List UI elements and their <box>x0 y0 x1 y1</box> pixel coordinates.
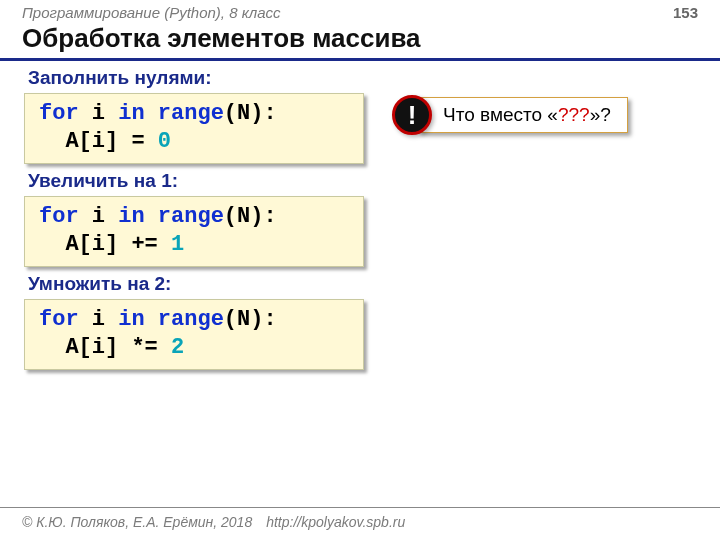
callout-text: »? <box>590 104 611 125</box>
code-keyword: for <box>39 204 79 229</box>
callout-box: Что вместо «???»? <box>418 97 628 133</box>
code-text <box>145 307 158 332</box>
section-row: for i in range(N): A[i] *= 2 <box>24 299 696 370</box>
code-text: (N): <box>224 101 277 126</box>
code-text: i <box>79 204 119 229</box>
code-text <box>145 204 158 229</box>
code-block: for i in range(N): A[i] *= 2 <box>24 299 364 370</box>
callout-placeholder: ??? <box>558 104 590 125</box>
code-text: A[i] = <box>39 129 158 154</box>
section-heading: Умножить на 2: <box>28 273 696 295</box>
code-text <box>145 101 158 126</box>
course-label: Программирование (Python), 8 класс <box>22 4 281 21</box>
section-row: for i in range(N): A[i] += 1 <box>24 196 696 267</box>
code-keyword: range <box>158 101 224 126</box>
callout: ! Что вместо «???»? <box>392 95 628 135</box>
title-rule <box>0 58 720 61</box>
content: Заполнить нулями: for i in range(N): A[i… <box>0 67 720 370</box>
code-keyword: in <box>118 101 144 126</box>
code-text: A[i] *= <box>39 335 171 360</box>
page-number: 153 <box>673 4 698 21</box>
code-number: 2 <box>171 335 184 360</box>
footer-copyright: © К.Ю. Поляков, Е.А. Ерёмин, 2018 <box>22 514 252 530</box>
code-block: for i in range(N): A[i] = 0 <box>24 93 364 164</box>
code-text: A[i] += <box>39 232 171 257</box>
code-text: (N): <box>224 204 277 229</box>
code-keyword: in <box>118 204 144 229</box>
code-number: 1 <box>171 232 184 257</box>
callout-text: Что вместо « <box>443 104 558 125</box>
code-number: 0 <box>158 129 171 154</box>
code-text: i <box>79 101 119 126</box>
code-keyword: range <box>158 307 224 332</box>
footer: © К.Ю. Поляков, Е.А. Ерёмин, 2018 http:/… <box>0 507 720 540</box>
section-heading: Заполнить нулями: <box>28 67 696 89</box>
page-title: Обработка элементов массива <box>0 21 720 58</box>
slide: Программирование (Python), 8 класс 153 О… <box>0 0 720 540</box>
section-row: for i in range(N): A[i] = 0 ! Что вместо… <box>24 93 696 164</box>
code-block: for i in range(N): A[i] += 1 <box>24 196 364 267</box>
section-heading: Увеличить на 1: <box>28 170 696 192</box>
footer-url: http://kpolyakov.spb.ru <box>266 514 405 530</box>
code-text: (N): <box>224 307 277 332</box>
topbar: Программирование (Python), 8 класс 153 <box>0 0 720 21</box>
exclamation-icon: ! <box>392 95 432 135</box>
code-keyword: for <box>39 307 79 332</box>
code-keyword: range <box>158 204 224 229</box>
code-text: i <box>79 307 119 332</box>
code-keyword: for <box>39 101 79 126</box>
code-keyword: in <box>118 307 144 332</box>
